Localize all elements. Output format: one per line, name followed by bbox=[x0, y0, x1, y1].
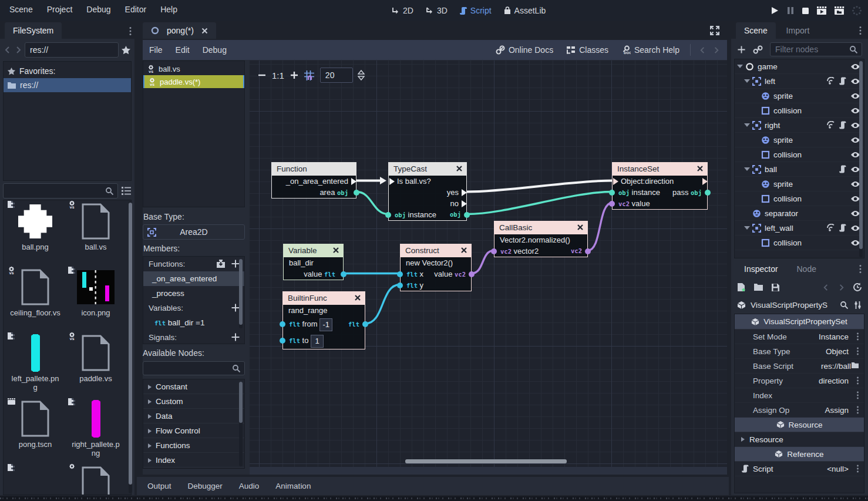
close-tab-icon[interactable] bbox=[201, 28, 208, 34]
bottom-tab-animation[interactable]: Animation bbox=[267, 482, 319, 490]
graph-node-typecast[interactable]: TypeCast Is ball.vs? yes no obj instance… bbox=[388, 162, 467, 221]
node-header[interactable]: Construct bbox=[401, 244, 471, 257]
expanded-arrow-icon[interactable] bbox=[744, 226, 750, 230]
file-item-paddle-vs[interactable]: vs paddle.vs bbox=[66, 332, 126, 398]
script-menu-edit[interactable]: Edit bbox=[169, 41, 196, 59]
obj-out-port[interactable] bbox=[705, 190, 711, 196]
scene-tree-row-left[interactable]: left bbox=[735, 74, 864, 89]
script-item-paddle-vs[interactable]: vs paddle.vs(*) bbox=[143, 75, 244, 88]
scene-tree-row-separator[interactable]: separator bbox=[735, 206, 864, 221]
graph-node-builtinfunc[interactable]: BuiltinFunc rand_range flt from -1flt fl… bbox=[282, 291, 365, 349]
inspector-forward-icon[interactable] bbox=[837, 284, 845, 291]
script-back-icon[interactable] bbox=[699, 46, 706, 54]
tab-inspector[interactable]: Inspector bbox=[736, 261, 786, 277]
play-button[interactable] bbox=[770, 6, 779, 15]
scrollbar-thumb[interactable] bbox=[239, 259, 243, 325]
online-docs-button[interactable]: Online Docs bbox=[496, 45, 553, 55]
inspector-tools-icon[interactable] bbox=[853, 301, 862, 310]
file-item-right-pallete-png[interactable]: right_pallete.png bbox=[66, 398, 126, 463]
menu-project[interactable]: Project bbox=[40, 0, 80, 19]
search-help-button[interactable]: DOC Search Help bbox=[621, 45, 679, 55]
flt-in-port[interactable] bbox=[397, 283, 403, 288]
snap-toggle-icon[interactable] bbox=[304, 70, 314, 80]
function-item-process[interactable]: _process bbox=[143, 286, 244, 301]
file-list-toggle-icon[interactable] bbox=[121, 186, 132, 196]
close-node-icon[interactable] bbox=[456, 165, 463, 172]
add-signal-icon[interactable] bbox=[231, 332, 240, 342]
file-item-partial[interactable] bbox=[5, 463, 65, 495]
close-node-icon[interactable] bbox=[354, 294, 361, 301]
tab-scene[interactable]: Scene bbox=[736, 22, 776, 39]
save-resource-icon[interactable] bbox=[771, 283, 780, 292]
scene-tree-row-game[interactable]: game bbox=[735, 59, 864, 74]
instance-scene-icon[interactable] bbox=[753, 45, 763, 54]
to-value-field[interactable]: 1 bbox=[311, 335, 324, 348]
graph-node-instanceset[interactable]: InstanceSet Object:direction obj instanc… bbox=[612, 162, 708, 210]
tab-node[interactable]: Node bbox=[788, 261, 824, 277]
graph-node-construct[interactable]: Construct new Vector2() flt xvalue vc2 f… bbox=[400, 244, 472, 291]
screen-2d-button[interactable]: 2D bbox=[388, 0, 417, 21]
property-menu-icon[interactable] bbox=[856, 347, 859, 355]
attached-script-icon[interactable] bbox=[839, 165, 846, 173]
attached-script-icon[interactable] bbox=[839, 77, 846, 85]
file-item-left-pallete-png[interactable]: left_pallete.png bbox=[5, 332, 65, 398]
zoom-reset-button[interactable]: 1:1 bbox=[272, 70, 284, 80]
override-function-icon[interactable] bbox=[216, 259, 226, 268]
close-node-icon[interactable] bbox=[697, 165, 704, 172]
vec2-in-port[interactable] bbox=[491, 248, 497, 254]
add-node-icon[interactable] bbox=[737, 45, 746, 54]
script-menu-debug[interactable]: Debug bbox=[196, 41, 233, 59]
favorite-star-icon[interactable] bbox=[121, 45, 131, 55]
menu-scene[interactable]: Scene bbox=[2, 0, 40, 19]
node-header[interactable]: BuiltinFunc bbox=[283, 292, 365, 305]
filter-nodes-input[interactable]: Filter nodes bbox=[770, 42, 862, 56]
sequence-in-port[interactable] bbox=[389, 178, 395, 185]
file-item-pong-tscn[interactable]: pong.tscn bbox=[5, 398, 65, 463]
inspector-category-main[interactable]: VisualScriptPropertySet bbox=[735, 314, 864, 329]
inspector-category-resource[interactable]: Resource bbox=[735, 418, 864, 432]
property-menu-icon[interactable] bbox=[856, 391, 859, 399]
screen-3d-button[interactable]: 3D bbox=[422, 0, 451, 21]
expanded-arrow-icon[interactable] bbox=[744, 167, 750, 171]
5-value-label[interactable]: Assign bbox=[825, 406, 849, 415]
flt-out-port[interactable] bbox=[362, 321, 368, 327]
scene-tree-row-sprite[interactable]: sprite bbox=[735, 133, 864, 147]
vec2-out-port[interactable] bbox=[585, 248, 591, 254]
scene-tree-scrollbar[interactable] bbox=[859, 61, 863, 257]
property-menu-icon[interactable] bbox=[856, 406, 859, 414]
inspector-category-reference[interactable]: Reference bbox=[735, 447, 864, 462]
node-header[interactable]: CallBasic bbox=[494, 221, 587, 234]
scene-tree-row-collision[interactable]: collision bbox=[735, 103, 864, 118]
scrollbar-thumb[interactable] bbox=[405, 459, 567, 463]
obj-in-port[interactable] bbox=[609, 190, 615, 196]
property-row-base-script[interactable]: Base Script res://ball bbox=[735, 359, 864, 374]
bottom-tab-output[interactable]: Output bbox=[139, 482, 180, 490]
graph-h-scrollbar[interactable] bbox=[355, 459, 727, 463]
property-menu-icon[interactable] bbox=[856, 332, 859, 341]
property-row-assign-op[interactable]: Assign Op Assign bbox=[735, 403, 864, 418]
node-header[interactable]: InstanceSet bbox=[613, 163, 707, 176]
resource-group-row[interactable]: Resource bbox=[735, 432, 864, 447]
menu-editor[interactable]: Editor bbox=[118, 0, 154, 19]
obj-in-port[interactable] bbox=[385, 212, 391, 218]
close-node-icon[interactable] bbox=[460, 247, 467, 254]
file-item-ball-vs[interactable]: vs ball.vs bbox=[66, 200, 126, 266]
play-scene-button[interactable] bbox=[816, 6, 827, 15]
obj-out-port[interactable] bbox=[354, 190, 359, 196]
filesystem-search-input[interactable] bbox=[3, 183, 118, 199]
expanded-arrow-icon[interactable] bbox=[744, 123, 750, 127]
scene-tree-row-right[interactable]: right bbox=[735, 118, 864, 133]
flt-in-port[interactable] bbox=[280, 338, 285, 344]
flt-in-port[interactable] bbox=[397, 271, 403, 277]
screen-script-button[interactable]: Script bbox=[456, 0, 495, 21]
graph-node-variable[interactable]: Variable ball_dir value flt bbox=[283, 244, 344, 280]
history-forward-icon[interactable] bbox=[14, 46, 22, 54]
expanded-arrow-icon[interactable] bbox=[737, 65, 743, 68]
base-type-field[interactable]: Area2D bbox=[143, 224, 245, 240]
tab-import[interactable]: Import bbox=[778, 22, 818, 39]
1-value-label[interactable]: Object bbox=[826, 347, 849, 356]
property-row-property[interactable]: Property direction bbox=[735, 374, 864, 388]
zoom-in-icon[interactable] bbox=[290, 71, 298, 79]
pause-button[interactable] bbox=[786, 6, 795, 15]
scene-tree-row-ball[interactable]: ball bbox=[735, 162, 864, 177]
